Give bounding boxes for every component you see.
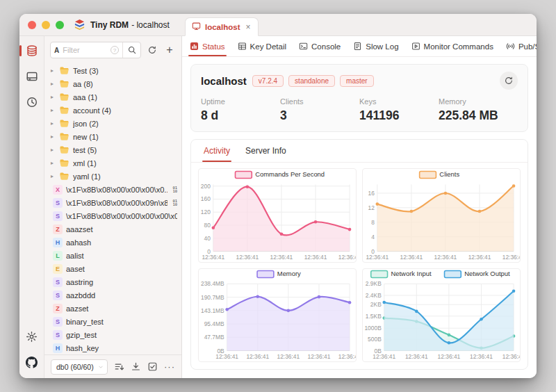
caret-right-icon[interactable]: ▸ — [51, 120, 56, 126]
tab-label: Key Detail — [250, 42, 286, 51]
filter-list-icon[interactable] — [114, 361, 124, 372]
rail-item-databases[interactable] — [24, 69, 40, 84]
svg-text:12:36:41: 12:36:41 — [236, 254, 259, 261]
batch-select-icon[interactable] — [147, 361, 158, 372]
caret-right-icon[interactable]: ▸ — [51, 147, 56, 153]
folder-label: test (5) — [73, 146, 97, 154]
stat-label: Memory — [439, 97, 518, 106]
server-status-card: localhost v7.2.4standalonemaster Uptime8… — [190, 64, 528, 132]
key-label: aaazset — [66, 225, 177, 234]
add-key-button[interactable]: + — [163, 44, 176, 56]
tab-server-info[interactable]: Server Info — [240, 140, 292, 162]
rail-item-connections[interactable] — [24, 43, 40, 58]
refresh-status-button[interactable] — [500, 72, 518, 90]
server-header-row: localhost v7.2.4standalonemaster — [201, 72, 518, 90]
key-type-badge: S — [53, 198, 63, 208]
stats-row: Uptime8 dClients3Keys141196Memory225.84 … — [201, 97, 518, 123]
key-row[interactable]: Eaaset — [44, 262, 181, 275]
key-label: aazbddd — [66, 291, 177, 300]
key-row[interactable]: S\x1F\x8B\x08\x00\x00\x00\x00\x0... — [44, 209, 181, 222]
search-icon[interactable] — [122, 42, 140, 58]
svg-text:12:36:41: 12:36:41 — [270, 254, 293, 261]
caret-right-icon[interactable]: ▸ — [51, 107, 56, 113]
stat-value: 141196 — [359, 108, 439, 123]
reload-keys-icon[interactable] — [146, 44, 158, 56]
import-icon[interactable] — [131, 361, 141, 372]
key-row[interactable]: Sbinary_test — [44, 315, 181, 328]
tab-slow-log[interactable]: Slow Log — [347, 36, 404, 56]
folder-label: xml (1) — [73, 159, 97, 168]
tab-console[interactable]: Console — [293, 36, 347, 56]
tree-folder[interactable]: ▸new (1) — [44, 130, 181, 143]
filter-input[interactable]: A Filter ? — [50, 42, 141, 58]
tab-key-detail[interactable]: Key Detail — [231, 36, 293, 56]
rail-item-settings[interactable] — [24, 329, 40, 344]
activity-card: ActivityServer Info 0408012016020012:36:… — [190, 139, 528, 370]
tree-folder[interactable]: ▸json (2) — [44, 117, 181, 130]
close-window-button[interactable] — [28, 21, 36, 29]
folder-icon — [59, 131, 70, 142]
connection-tab[interactable]: localhost × — [185, 17, 259, 36]
caret-right-icon[interactable]: ▸ — [51, 94, 56, 100]
key-row[interactable]: Saazbddd — [44, 288, 181, 302]
binary-icon: 0110 — [172, 199, 177, 206]
key-row[interactable]: Sgzip_test — [44, 328, 181, 341]
key-row[interactable]: Saastring — [44, 275, 181, 288]
rail-item-history[interactable] — [24, 95, 40, 110]
tab-monitor-commands[interactable]: Monitor Commands — [405, 36, 500, 56]
desktop-background: Tiny RDM- localhost localhost × A Filter… — [0, 0, 556, 392]
icon-rail — [19, 36, 44, 378]
tab-close-icon[interactable]: × — [245, 22, 250, 32]
svg-text:12:36:41: 12:36:41 — [246, 354, 269, 361]
tab-status[interactable]: Status — [183, 36, 231, 56]
folder-icon — [59, 105, 70, 115]
key-row[interactable]: S\x1F\x8B\x08\x00\x00\x09n\x8...0110 — [44, 196, 181, 209]
folder-icon — [59, 145, 70, 155]
match-mode-toggle[interactable]: A — [54, 47, 59, 54]
tab-label: Pub/Sub — [518, 42, 537, 51]
key-label: \x1F\x8B\x08\x00\x00\x00\x0... — [66, 186, 167, 194]
tree-folder[interactable]: ▸aaa (1) — [44, 90, 181, 104]
caret-right-icon[interactable]: ▸ — [51, 173, 56, 179]
history-icon — [26, 96, 38, 108]
svg-text:47.7MB: 47.7MB — [204, 334, 224, 341]
tab-pub-sub[interactable]: Pub/Sub — [500, 36, 537, 56]
key-row[interactable]: X\x1F\x8B\x08\x00\x00\x00\x0...0110 — [44, 183, 181, 196]
caret-right-icon[interactable]: ▸ — [51, 160, 56, 166]
tree-folder[interactable]: ▸yaml (1) — [44, 170, 181, 183]
key-type-badge: Z — [53, 304, 63, 313]
svg-text:143.1MB: 143.1MB — [201, 307, 224, 314]
svg-text:238.4MB: 238.4MB — [201, 281, 224, 288]
svg-text:12:36:41: 12:36:41 — [468, 254, 491, 261]
tab-label: Status — [202, 42, 225, 51]
zoom-window-button[interactable] — [56, 21, 64, 29]
caret-right-icon[interactable]: ▸ — [51, 67, 56, 74]
minimize-window-button[interactable] — [42, 21, 50, 29]
tree-folder[interactable]: ▸Test (3) — [44, 64, 181, 77]
tree-folder[interactable]: ▸test (5) — [44, 143, 181, 156]
tree-folder[interactable]: ▸aa (8) — [44, 77, 181, 90]
folder-icon — [59, 158, 70, 168]
key-type-badge: X — [53, 185, 63, 195]
key-label: \x1F\x8B\x08\x00\x00\x09n\x8... — [66, 199, 167, 207]
key-row[interactable]: Laalist — [44, 249, 181, 262]
key-row[interactable]: Hhash_key — [44, 341, 181, 354]
svg-text:80: 80 — [204, 222, 211, 229]
key-row[interactable]: Haahash — [44, 236, 181, 249]
caret-right-icon[interactable]: ▸ — [51, 133, 56, 140]
tree-folder[interactable]: ▸account (4) — [44, 104, 181, 117]
window-title-app: Tiny RDM — [90, 20, 129, 30]
rail-item-github[interactable] — [24, 354, 40, 370]
folder-label: yaml (1) — [73, 172, 101, 181]
svg-text:120: 120 — [201, 209, 211, 215]
caret-right-icon[interactable]: ▸ — [51, 81, 56, 87]
charts-grid: 0408012016020012:36:4112:36:4112:36:4112… — [191, 163, 528, 369]
tab-activity[interactable]: Activity — [198, 140, 236, 162]
key-row[interactable]: Zaazset — [44, 302, 181, 315]
svg-text:95.4MB: 95.4MB — [204, 320, 224, 327]
tree-folder[interactable]: ▸xml (1) — [44, 156, 181, 170]
more-icon[interactable]: ··· — [164, 362, 175, 371]
key-row[interactable]: Zaaazset — [44, 222, 181, 236]
db-selector[interactable]: db0 (60/60) — [51, 359, 108, 375]
server-icon — [26, 70, 38, 83]
